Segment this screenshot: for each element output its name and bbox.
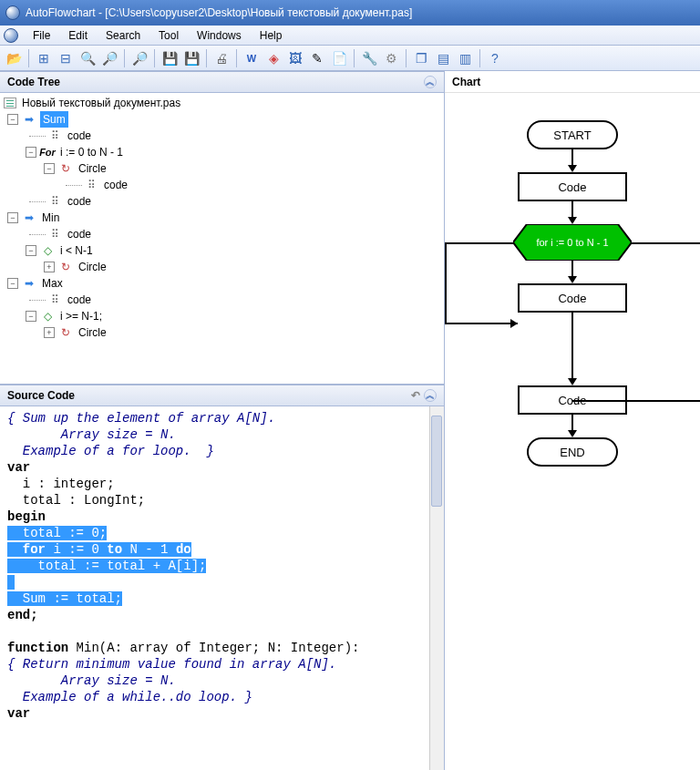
source-line[interactable] <box>7 623 437 640</box>
titlebar: AutoFlowchart - [C:\Users\copyuser2\Desk… <box>0 0 700 26</box>
help-icon[interactable]: ? <box>485 48 505 68</box>
source-line[interactable]: begin <box>7 508 437 525</box>
tree-node-circle[interactable]: + ↻ Circle <box>4 259 440 275</box>
tree-root-file[interactable]: Новый текстовый документ.pas <box>4 95 440 111</box>
export-image-icon[interactable]: 🖼 <box>285 48 305 68</box>
source-line[interactable]: i : integer; <box>7 476 437 492</box>
menubar: File Edit Search Tool Windows Help <box>0 26 700 46</box>
settings-icon[interactable]: 🔧 <box>359 48 379 68</box>
tree-toggle-icon[interactable]: + <box>44 262 55 272</box>
layout-tile-v-icon[interactable]: ▥ <box>455 48 475 68</box>
menu-help[interactable]: Help <box>251 27 292 44</box>
tree-node-sum[interactable]: − ➡ Sum <box>4 111 440 128</box>
code-icon: ⠿ <box>47 292 62 308</box>
source-line[interactable]: Sum := total; <box>7 590 437 607</box>
menu-windows[interactable]: Windows <box>188 27 251 44</box>
source-line[interactable]: total := 0; <box>7 525 437 541</box>
code-icon: ⠿ <box>47 226 62 242</box>
for-icon: For <box>40 144 55 160</box>
export-data-icon[interactable]: 📄 <box>329 48 349 68</box>
tree-toggle-icon[interactable]: − <box>44 163 55 174</box>
tree-toggle-icon[interactable]: − <box>7 114 18 125</box>
condition-icon: ◇ <box>40 308 55 324</box>
tree-node-circle[interactable]: + ↻ Circle <box>4 324 440 341</box>
flowchart-start: START <box>527 120 618 149</box>
options-icon[interactable]: ⚙ <box>381 48 401 68</box>
tree-node-code[interactable]: ⠿ code <box>4 128 440 144</box>
tree-node-max[interactable]: − ➡ Max <box>4 275 440 292</box>
source-code-title: Source Code <box>7 389 75 402</box>
chart-header: Chart <box>445 71 700 93</box>
code-icon: ⠿ <box>47 193 62 210</box>
menu-file[interactable]: File <box>24 27 59 44</box>
tree-node-code[interactable]: ⠿ code <box>4 226 440 242</box>
tree-node-condition[interactable]: − ◇ i < N-1 <box>4 242 440 259</box>
undo-icon[interactable]: ↶ <box>411 389 420 402</box>
open-icon[interactable]: 📂 <box>4 48 24 68</box>
tree-node-code[interactable]: ⠿ code <box>4 292 440 308</box>
menu-search[interactable]: Search <box>97 27 149 44</box>
layout-cascade-icon[interactable]: ❐ <box>411 48 431 68</box>
scrollbar-thumb[interactable] <box>431 416 442 507</box>
flowchart-end: END <box>527 437 618 467</box>
source-line[interactable]: function Min(A: array of Integer; N: Int… <box>7 640 437 656</box>
layout-tile-h-icon[interactable]: ▤ <box>433 48 453 68</box>
zoom-out-icon[interactable]: 🔎 <box>99 48 119 68</box>
tree-toggle-icon[interactable]: − <box>7 278 18 289</box>
export-svg-icon[interactable]: ◈ <box>263 48 283 68</box>
loop-icon: ↻ <box>58 160 73 177</box>
collapse-panel-icon[interactable]: ︽ <box>424 389 437 402</box>
source-editor[interactable]: { Sum up the element of array A[N]. Arra… <box>0 406 444 770</box>
source-line[interactable]: var <box>7 705 437 722</box>
edit-chart-icon[interactable]: ✎ <box>307 48 327 68</box>
zoom-in-icon[interactable]: 🔍 <box>77 48 98 68</box>
code-tree-header: Code Tree ︽ <box>0 71 444 93</box>
save-all-icon[interactable]: 💾 <box>181 48 201 68</box>
export-word-icon[interactable]: W <box>242 48 262 68</box>
source-line[interactable]: Example of a while..do loop. } <box>7 689 437 705</box>
source-line[interactable]: end; <box>7 607 437 623</box>
menu-tool[interactable]: Tool <box>149 27 188 44</box>
source-line[interactable]: Array size = N. <box>7 426 437 443</box>
chart-title: Chart <box>452 76 480 88</box>
code-tree[interactable]: Новый текстовый документ.pas − ➡ Sum ⠿ c… <box>0 93 444 385</box>
source-line[interactable]: { Return minimum value found in array A[… <box>7 656 437 672</box>
flowchart: START Code for i := 0 to N - 1 <box>445 93 700 494</box>
code-tree-title: Code Tree <box>7 76 60 88</box>
condition-icon: ◇ <box>40 242 55 259</box>
source-line[interactable]: total := total + A[i]; <box>7 558 437 574</box>
source-line[interactable] <box>7 574 437 590</box>
arrow-icon: ➡ <box>22 111 36 128</box>
source-line[interactable]: total : LongInt; <box>7 492 437 508</box>
tree-node-code[interactable]: ⠿ code <box>4 193 440 210</box>
source-code-header: Source Code ↶ ︽ <box>0 385 444 406</box>
tree-node-for[interactable]: − For i := 0 to N - 1 <box>4 144 440 160</box>
tree-toggle-icon[interactable]: − <box>26 245 36 256</box>
source-line[interactable]: for i := 0 to N - 1 do <box>7 541 437 558</box>
tree-node-code[interactable]: ⠿ code <box>4 177 440 193</box>
flowchart-code-block: Code <box>518 172 627 201</box>
collapse-panel-icon[interactable]: ︽ <box>424 76 437 88</box>
scrollbar[interactable] <box>429 406 444 770</box>
tree-node-condition[interactable]: − ◇ i >= N-1; <box>4 308 440 324</box>
arrow-icon: ➡ <box>22 210 36 226</box>
tree-node-min[interactable]: − ➡ Min <box>4 210 440 226</box>
tree-node-circle[interactable]: − ↻ Circle <box>4 160 440 177</box>
tree-toggle-icon[interactable]: − <box>26 311 36 322</box>
tree-toggle-icon[interactable]: + <box>44 327 55 338</box>
collapse-icon[interactable]: ⊟ <box>56 48 76 68</box>
toolbar: 📂 ⊞ ⊟ 🔍 🔎 🔎 💾 💾 🖨 W ◈ 🖼 ✎ 📄 🔧 ⚙ ❐ ▤ ▥ ? <box>0 46 700 71</box>
app-icon <box>5 5 20 20</box>
title-text: AutoFlowchart - [C:\Users\copyuser2\Desk… <box>26 6 412 19</box>
tree-toggle-icon[interactable]: − <box>7 212 18 223</box>
source-line[interactable]: { Sum up the element of array A[N]. <box>7 410 437 426</box>
print-icon[interactable]: 🖨 <box>211 48 232 68</box>
source-line[interactable]: Array size = N. <box>7 672 437 689</box>
source-line[interactable]: var <box>7 459 437 476</box>
source-line[interactable]: Example of a for loop. } <box>7 443 437 459</box>
save-icon[interactable]: 💾 <box>160 48 180 68</box>
tree-toggle-icon[interactable]: − <box>26 147 36 158</box>
menu-edit[interactable]: Edit <box>59 27 97 44</box>
find-icon[interactable]: 🔎 <box>129 48 149 68</box>
expand-icon[interactable]: ⊞ <box>34 48 54 68</box>
